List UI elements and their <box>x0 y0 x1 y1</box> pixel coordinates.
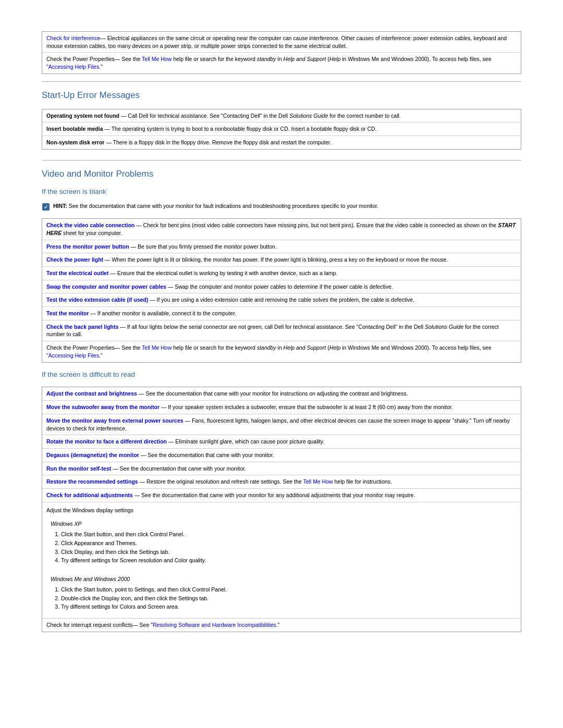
windows-me-section: Windows Me and Windows 2000 Click the St… <box>46 573 517 615</box>
video-cable-label: Check the video cable connection <box>46 222 134 228</box>
hint-icon: ✓ <box>42 203 50 211</box>
interrupt-text2: ." <box>276 622 280 628</box>
tell-me-how-link-top[interactable]: Tell Me How <box>142 56 172 62</box>
power-light-text: — When the power light is lit or blinkin… <box>105 256 448 263</box>
windows-me-steps: Click the Start button, point to Setting… <box>61 585 512 611</box>
insert-bootable-row: Insert bootable media — The operating sy… <box>42 122 521 136</box>
electrical-outlet-row: Test the electrical outlet — Ensure that… <box>42 267 521 280</box>
additional-adjustments-label: Check for additional adjustments <box>46 492 133 498</box>
power-props-blank-text: Check the Power Properties— See the <box>46 344 142 351</box>
self-test-row: Run the monitor self-test — See the docu… <box>42 462 521 476</box>
power-props-text3: ." <box>99 64 103 70</box>
non-system-disk-row: Non-system disk error — There is a flopp… <box>42 136 521 149</box>
blank-screen-table: Check the video cable connection — Check… <box>42 218 521 362</box>
tell-me-how-link-blank[interactable]: Tell Me How <box>142 344 172 351</box>
interrupt-text1: Check for interrupt request conflicts— S… <box>46 622 153 628</box>
startup-table: Operating system not found — Call Dell f… <box>42 109 521 150</box>
self-test-text: — See the documentation that came with y… <box>113 465 246 472</box>
windows-xp-label: Windows XP <box>51 520 512 528</box>
rotate-monitor-text: — Eliminate sunlight glare, which can ca… <box>168 438 324 445</box>
svg-text:✓: ✓ <box>44 204 48 210</box>
video-cable-row: Check the video cable connection — Check… <box>42 219 521 240</box>
blank-screen-title: If the screen is blank <box>42 187 521 197</box>
test-monitor-row: Test the monitor — If another monitor is… <box>42 307 521 320</box>
divider-top <box>42 81 521 82</box>
windows-xp-section: Windows XP Click the Start button, and t… <box>46 518 517 569</box>
hint-text: HINT: See the documentation that came wi… <box>53 202 378 210</box>
back-panel-lights-label: Check the back panel lights <box>46 324 118 330</box>
restore-settings-label: Restore the recommended settings <box>46 478 138 485</box>
restore-settings-text: — Restore the original resolution and re… <box>140 478 303 485</box>
power-properties-row: Check the Power Properties— See the Tell… <box>42 53 521 73</box>
difficult-screen-title: If the screen is difficult to read <box>42 370 521 380</box>
non-system-disk-text: — There is a floppy disk in the floppy d… <box>106 139 331 145</box>
rotate-monitor-row: Rotate the monitor to face a different d… <box>42 435 521 449</box>
xp-step-4: Try different settings for Screen resolu… <box>61 556 512 565</box>
me-step-1: Click the Start button, point to Setting… <box>61 585 512 594</box>
swap-cables-label: Swap the computer and monitor power cabl… <box>46 283 166 290</box>
startup-section: Start-Up Error Messages Operating system… <box>42 89 521 150</box>
power-props-blank-text3: ." <box>99 352 103 359</box>
subwoofer-text: — If your speaker system includes a subw… <box>161 404 453 410</box>
contrast-brightness-text: — See the documentation that came with y… <box>139 390 408 397</box>
test-monitor-label: Test the monitor <box>46 310 89 316</box>
os-not-found-label: Operating system not found <box>46 113 119 119</box>
degauss-text: — See the documentation that came with y… <box>141 452 274 458</box>
power-light-row: Check the power light — When the power l… <box>42 253 521 267</box>
test-monitor-text: — If another monitor is available, conne… <box>90 310 236 316</box>
degauss-label: Degauss (demagnetize) the monitor <box>46 452 139 458</box>
windows-me-label: Windows Me and Windows 2000 <box>51 575 512 583</box>
startup-title: Start-Up Error Messages <box>42 89 521 102</box>
non-system-disk-label: Non-system disk error <box>46 139 104 145</box>
degauss-row: Degauss (demagnetize) the monitor — See … <box>42 449 521 462</box>
power-props-text1: Check the Power Properties— See the <box>46 56 142 62</box>
additional-adjustments-text: — See the documentation that came with y… <box>134 492 415 498</box>
check-interference-link[interactable]: Check for interference <box>46 35 100 41</box>
adjust-windows-row: Adjust the Windows display settings Wind… <box>42 502 521 619</box>
move-monitor-row: Move the monitor away from external powe… <box>42 414 521 435</box>
restore-settings-text2: help file for instructions. <box>333 478 392 485</box>
interrupt-conflicts-row: Check for interrupt request conflicts— S… <box>42 619 521 632</box>
contrast-brightness-row: Adjust the contrast and brightness — See… <box>42 387 521 401</box>
power-props-blank-row: Check the Power Properties— See the Tell… <box>42 341 521 362</box>
xp-step-2: Click Appearance and Themes. <box>61 539 512 548</box>
restore-settings-row: Restore the recommended settings — Resto… <box>42 475 521 489</box>
additional-adjustments-row: Check for additional adjustments — See t… <box>42 489 521 502</box>
top-info-table: Check for interference— Electrical appli… <box>42 31 521 74</box>
os-not-found-row: Operating system not found — Call Dell f… <box>42 109 521 123</box>
me-step-3: Try different settings for Colors and Sc… <box>61 602 512 611</box>
xp-step-1: Click the Start button, and then click C… <box>61 530 512 539</box>
windows-xp-steps: Click the Start button, and then click C… <box>61 530 512 565</box>
me-step-2: Double-click the Display icon, and then … <box>61 594 512 603</box>
resolving-incompatibilities-link[interactable]: Resolving Software and Hardware Incompat… <box>153 622 276 628</box>
monitor-power-btn-row: Press the monitor power button — Be sure… <box>42 240 521 254</box>
subwoofer-label: Move the subwoofer away from the monitor <box>46 404 160 410</box>
contrast-brightness-label: Adjust the contrast and brightness <box>46 390 137 397</box>
tell-me-how-link-restore[interactable]: Tell Me How <box>303 478 333 485</box>
video-title: Video and Monitor Problems <box>42 168 521 180</box>
interference-row: Check for interference— Electrical appli… <box>42 32 521 53</box>
insert-bootable-text: — The operating system is trying to boot… <box>104 126 376 132</box>
video-section: Video and Monitor Problems If the screen… <box>42 168 521 632</box>
swap-cables-text: — Swap the computer and monitor power ca… <box>168 283 393 290</box>
electrical-outlet-label: Test the electrical outlet <box>46 270 108 276</box>
subwoofer-row: Move the subwoofer away from the monitor… <box>42 401 521 414</box>
self-test-label: Run the monitor self-test <box>46 465 111 472</box>
accessing-help-link-blank[interactable]: "Accessing Help Files <box>46 352 99 359</box>
power-props-text2: help file or search for the keyword stan… <box>172 56 491 62</box>
video-ext-cable-row: Test the video extension cable (if used)… <box>42 293 521 307</box>
divider-startup <box>42 160 521 161</box>
hint-box: ✓ HINT: See the documentation that came … <box>42 202 521 211</box>
move-monitor-label: Move the monitor away from external powe… <box>46 417 183 424</box>
back-panel-lights-row: Check the back panel lights — If all fou… <box>42 320 521 341</box>
xp-step-3: Click Display, and then click the Settin… <box>61 548 512 557</box>
os-not-found-text: — Call Dell for technical assistance. Se… <box>121 113 401 119</box>
rotate-monitor-label: Rotate the monitor to face a different d… <box>46 438 167 445</box>
insert-bootable-label: Insert bootable media <box>46 126 103 132</box>
electrical-outlet-text: — Ensure that the electrical outlet is w… <box>110 270 337 276</box>
accessing-help-link-top[interactable]: "Accessing Help Files <box>46 64 99 70</box>
monitor-power-btn-label: Press the monitor power button <box>46 243 129 250</box>
monitor-power-btn-text: — Be sure that you firmly pressed the mo… <box>131 243 277 250</box>
power-props-blank-text2: help file or search for the keyword stan… <box>172 344 491 351</box>
video-ext-cable-text: — If you are using a video extension cab… <box>150 297 414 303</box>
